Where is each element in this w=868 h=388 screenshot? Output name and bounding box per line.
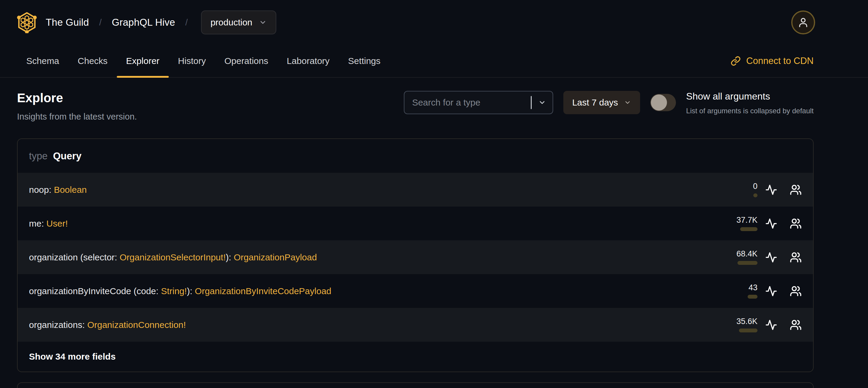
hive-logo-icon[interactable] xyxy=(17,12,37,33)
user-menu-button[interactable] xyxy=(791,10,815,34)
chevron-down-icon[interactable] xyxy=(538,99,546,107)
activity-icon[interactable] xyxy=(765,285,777,297)
type-query-card: type Query noop: Boolean0me: User!37.7Ko… xyxy=(17,139,814,372)
tab-operations[interactable]: Operations xyxy=(215,45,278,77)
field-name-text: me: xyxy=(29,218,46,228)
usage-bar xyxy=(738,261,757,265)
users-icon[interactable] xyxy=(790,319,802,331)
usage-bar xyxy=(748,295,757,299)
toggle-description: List of arguments is collapsed by defaul… xyxy=(686,107,814,115)
users-icon[interactable] xyxy=(790,218,802,230)
usage-metric: 37.7K xyxy=(736,216,757,231)
page-head: Explore Insights from the latest version… xyxy=(17,91,814,122)
usage-count: 0 xyxy=(753,182,757,190)
field-row: organizations: OrganizationConnection!35… xyxy=(18,308,813,342)
usage-metric: 0 xyxy=(753,182,757,197)
chevron-down-icon xyxy=(259,19,267,26)
field-name-text: organizationByInviteCode (code: xyxy=(29,286,161,296)
page-controls: Last 7 days Show all arguments List of a… xyxy=(404,91,814,115)
field-stats: 68.4K xyxy=(736,250,802,265)
type-kind-label: type xyxy=(29,150,48,162)
type-search-combobox[interactable] xyxy=(404,91,553,114)
field-stats: 43 xyxy=(748,284,802,299)
field-type-link[interactable]: User! xyxy=(46,218,68,228)
toggle-text: Show all arguments List of arguments is … xyxy=(686,91,814,115)
field-stats: 37.7K xyxy=(736,216,802,231)
type-card-header: type Query xyxy=(18,139,813,173)
page-subtitle: Insights from the latest version. xyxy=(17,112,137,122)
target-selector-button[interactable]: production xyxy=(201,10,276,34)
breadcrumb-separator: / xyxy=(99,17,101,28)
usage-metric: 35.6K xyxy=(736,318,757,332)
type-name: Query xyxy=(53,150,81,162)
field-type-link[interactable]: OrganizationPayload xyxy=(234,252,317,262)
tab-checks[interactable]: Checks xyxy=(68,45,117,77)
field-type-link[interactable]: Boolean xyxy=(54,185,87,195)
page-title: Explore xyxy=(17,91,137,105)
field-name-text: organization (selector: xyxy=(29,252,120,262)
chevron-down-icon xyxy=(624,99,631,106)
tab-explorer[interactable]: Explorer xyxy=(117,45,169,77)
usage-count: 37.7K xyxy=(736,216,757,224)
connect-to-cdn-label: Connect to CDN xyxy=(746,56,814,66)
app-header: The Guild / GraphQL Hive / production Sc… xyxy=(0,0,868,78)
activity-icon[interactable] xyxy=(765,319,777,331)
field-name-text: ): xyxy=(187,286,195,296)
activity-icon[interactable] xyxy=(765,184,777,196)
field-type-link[interactable]: OrganizationByInviteCodePayload xyxy=(195,286,331,296)
users-icon[interactable] xyxy=(790,285,802,297)
nav-tabs: SchemaChecksExplorerHistoryOperationsLab… xyxy=(17,45,390,77)
tab-history[interactable]: History xyxy=(169,45,215,77)
users-icon[interactable] xyxy=(790,251,802,263)
field-name-text: noop: xyxy=(29,185,54,195)
field-signature: organizations: OrganizationConnection! xyxy=(29,320,736,330)
tab-settings[interactable]: Settings xyxy=(339,45,390,77)
link-icon xyxy=(731,56,741,66)
date-range-button[interactable]: Last 7 days xyxy=(563,91,640,114)
field-signature: noop: Boolean xyxy=(29,185,753,195)
field-type-link[interactable]: OrganizationConnection! xyxy=(87,320,186,330)
field-type-link[interactable]: OrganizationSelectorInput! xyxy=(120,252,226,262)
field-type-link[interactable]: String! xyxy=(161,286,187,296)
show-more-fields-button[interactable]: Show 34 more fields xyxy=(18,342,813,371)
type-search-input[interactable] xyxy=(412,97,528,108)
next-type-card-partial xyxy=(17,382,814,388)
top-bar: The Guild / GraphQL Hive / production xyxy=(0,0,868,45)
nav-spacer xyxy=(390,45,731,77)
field-signature: me: User! xyxy=(29,218,736,229)
connect-to-cdn-link[interactable]: Connect to CDN xyxy=(731,45,814,77)
activity-icon[interactable] xyxy=(765,251,777,263)
user-icon xyxy=(798,17,809,28)
usage-bar xyxy=(753,193,757,197)
usage-count: 43 xyxy=(748,284,757,292)
breadcrumb-org[interactable]: The Guild xyxy=(46,17,89,28)
toggle-knob xyxy=(651,94,667,111)
field-signature: organization (selector: OrganizationSele… xyxy=(29,252,736,263)
page-head-text: Explore Insights from the latest version… xyxy=(17,91,137,122)
breadcrumb-separator: / xyxy=(185,17,188,28)
field-signature: organizationByInviteCode (code: String!)… xyxy=(29,286,748,296)
toggle-label: Show all arguments xyxy=(686,91,814,102)
usage-bar xyxy=(740,227,757,231)
field-stats: 35.6K xyxy=(736,318,802,332)
combobox-divider xyxy=(531,96,532,109)
field-stats: 0 xyxy=(753,182,802,197)
activity-icon[interactable] xyxy=(765,218,777,230)
main-nav: SchemaChecksExplorerHistoryOperationsLab… xyxy=(0,45,868,78)
users-icon[interactable] xyxy=(790,184,802,196)
breadcrumb: The Guild / GraphQL Hive / production xyxy=(46,10,276,34)
breadcrumb-project[interactable]: GraphQL Hive xyxy=(112,17,175,28)
usage-metric: 43 xyxy=(748,284,757,299)
show-all-arguments-toggle[interactable] xyxy=(650,94,676,111)
date-range-value: Last 7 days xyxy=(572,97,618,108)
target-selector-value: production xyxy=(211,17,252,28)
usage-bar xyxy=(739,329,757,332)
tab-schema[interactable]: Schema xyxy=(17,45,68,77)
usage-count: 35.6K xyxy=(736,318,757,326)
field-name-text: ): xyxy=(226,252,234,262)
field-rows: noop: Boolean0me: User!37.7Korganization… xyxy=(18,173,813,342)
field-row: me: User!37.7K xyxy=(18,207,813,240)
field-row: organization (selector: OrganizationSele… xyxy=(18,240,813,274)
field-row: organizationByInviteCode (code: String!)… xyxy=(18,274,813,308)
tab-laboratory[interactable]: Laboratory xyxy=(278,45,339,77)
